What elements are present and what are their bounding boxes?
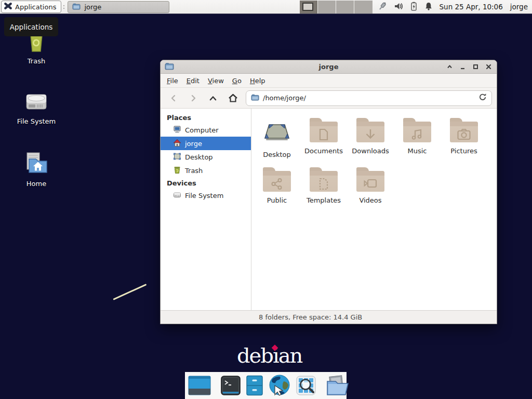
- applications-menu-label: Applications: [15, 3, 56, 11]
- close-button[interactable]: [484, 63, 493, 71]
- desktop-icon: [173, 152, 181, 162]
- sidebar-item-trash[interactable]: Trash: [161, 164, 251, 177]
- sidebar-item-desktop[interactable]: Desktop: [161, 150, 251, 164]
- minimize-button[interactable]: [458, 63, 467, 71]
- reload-button[interactable]: [478, 93, 487, 103]
- sidebar: Places Computer jorge Desktop: [161, 109, 251, 310]
- desktop-folder-icon: [262, 121, 292, 147]
- battery-charging-icon[interactable]: [409, 2, 418, 12]
- file-label: Templates: [307, 196, 341, 204]
- panel-handle[interactable]: [61, 1, 66, 13]
- sidebar-item-label: File System: [185, 192, 223, 200]
- file-item-downloads[interactable]: Downloads: [347, 117, 394, 167]
- workspace-2[interactable]: [318, 1, 336, 14]
- file-label: Pictures: [450, 147, 477, 155]
- sidebar-header-places: Places: [161, 112, 251, 123]
- hard-drive-icon: [173, 191, 181, 201]
- file-label: Public: [267, 196, 287, 204]
- terminal-icon[interactable]: [220, 375, 241, 396]
- menu-file[interactable]: File: [163, 75, 182, 87]
- music-folder-icon: [403, 122, 431, 142]
- menu-edit[interactable]: Edit: [182, 75, 204, 87]
- templates-folder-icon: [310, 171, 338, 192]
- home-icon: [173, 139, 181, 149]
- sidebar-header-devices: Devices: [161, 177, 251, 189]
- file-item-desktop[interactable]: Desktop: [254, 117, 300, 167]
- workspace-4[interactable]: [354, 1, 373, 14]
- sidebar-item-label: Trash: [185, 167, 203, 175]
- taskbar-window-button[interactable]: jorge: [68, 1, 169, 13]
- volume-icon[interactable]: [394, 2, 404, 12]
- path-bar[interactable]: /home/jorge/: [246, 90, 492, 106]
- application-finder-icon[interactable]: [296, 375, 316, 396]
- forward-button[interactable]: [187, 91, 200, 105]
- file-label: Music: [408, 147, 427, 155]
- sidebar-item-jorge[interactable]: jorge: [161, 137, 251, 150]
- show-desktop-icon[interactable]: [188, 375, 211, 396]
- path-folder-icon: [251, 93, 259, 103]
- titlebar[interactable]: jorge: [161, 60, 497, 74]
- shade-button[interactable]: [445, 63, 454, 71]
- debian-logo: debian: [237, 344, 302, 367]
- file-item-public[interactable]: Public: [254, 167, 300, 216]
- sidebar-item-file-system[interactable]: File System: [161, 189, 251, 202]
- documents-folder-icon: [310, 122, 338, 142]
- file-item-templates[interactable]: Templates: [300, 167, 347, 216]
- xfce-logo-icon: [4, 2, 12, 12]
- menu-view[interactable]: View: [204, 75, 228, 87]
- toolbar: /home/jorge/: [161, 88, 497, 109]
- file-label: Desktop: [263, 151, 291, 158]
- workspace-3[interactable]: [336, 1, 354, 14]
- file-manager-window: jorge File Edit View Go Help: [160, 60, 497, 324]
- path-input[interactable]: /home/jorge/: [263, 94, 475, 102]
- hard-drive-icon: [23, 89, 49, 115]
- sidebar-item-computer[interactable]: Computer: [161, 123, 251, 137]
- system-tray: [377, 2, 433, 12]
- menu-help[interactable]: Help: [246, 75, 270, 87]
- up-button[interactable]: [206, 91, 220, 105]
- maximize-button[interactable]: [471, 63, 480, 71]
- desktop-icon-label: Home: [26, 180, 46, 188]
- pictures-folder-icon: [450, 122, 478, 142]
- file-view[interactable]: Desktop Documents Downloads Music: [251, 109, 497, 310]
- public-folder-icon: [263, 171, 291, 192]
- sidebar-item-label: Desktop: [185, 153, 213, 161]
- statusbar-text: 8 folders, Free space: 14.4 GiB: [259, 313, 362, 321]
- downloads-folder-icon: [356, 122, 384, 142]
- file-label: Videos: [359, 196, 381, 204]
- notification-bell-icon[interactable]: [424, 2, 433, 12]
- menu-go[interactable]: Go: [228, 75, 246, 87]
- file-label: Downloads: [352, 147, 389, 155]
- workspace-window-preview: [302, 3, 313, 11]
- workspace-1[interactable]: [300, 1, 318, 14]
- file-item-videos[interactable]: Videos: [347, 167, 394, 216]
- sidebar-item-label: Computer: [185, 126, 219, 134]
- videos-folder-icon: [356, 171, 384, 192]
- workspace-pager: [300, 1, 373, 14]
- file-manager-icon[interactable]: [246, 375, 263, 396]
- applications-menu-button[interactable]: Applications: [1, 1, 61, 13]
- folder-icon: [72, 2, 81, 12]
- file-item-pictures[interactable]: Pictures: [441, 117, 487, 167]
- file-label: Documents: [304, 147, 343, 155]
- panel-username[interactable]: jorge: [510, 3, 528, 11]
- file-item-music[interactable]: Music: [394, 117, 441, 167]
- directory-menu-icon[interactable]: [326, 375, 350, 396]
- web-browser-icon[interactable]: [268, 374, 291, 397]
- network-cable-icon[interactable]: [377, 2, 388, 12]
- desktop-icon-home[interactable]: Home: [8, 151, 64, 188]
- statusbar: 8 folders, Free space: 14.4 GiB: [161, 310, 497, 324]
- desktop-icon-label: Trash: [28, 57, 45, 65]
- desktop-icon-label: File System: [17, 117, 56, 125]
- applications-tooltip: Applications: [4, 17, 58, 36]
- home-button[interactable]: [226, 91, 240, 105]
- home-folder-icon: [23, 151, 49, 177]
- computer-icon: [173, 125, 181, 135]
- taskbar-window-label: jorge: [84, 3, 101, 11]
- top-panel: Applications jorge Sun 25 Apr, 10:06 jor…: [0, 0, 532, 14]
- desktop-icon-file-system[interactable]: File System: [8, 89, 64, 125]
- panel-clock[interactable]: Sun 25 Apr, 10:06: [440, 3, 503, 11]
- back-button[interactable]: [167, 91, 180, 105]
- trash-icon: [173, 166, 181, 176]
- file-item-documents[interactable]: Documents: [300, 117, 347, 167]
